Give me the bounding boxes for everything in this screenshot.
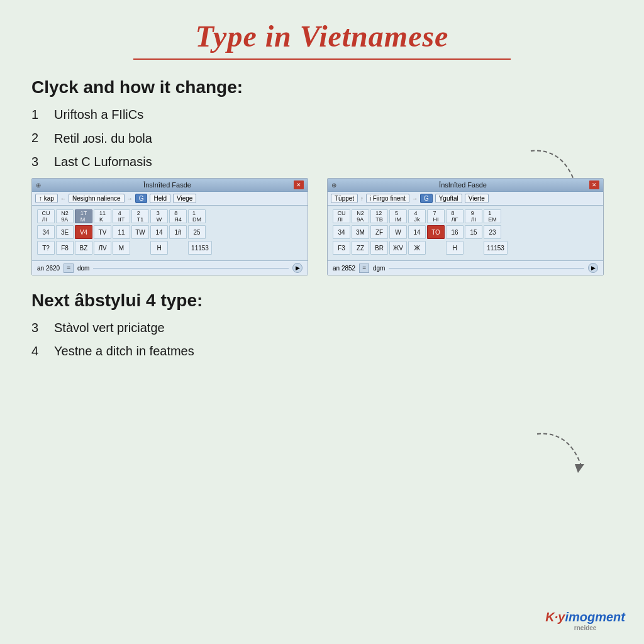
logo-subtext: rneidee	[545, 625, 625, 631]
win1-cell-cu[interactable]: CUЛI	[37, 209, 55, 223]
win2-cell-34[interactable]: 34	[333, 225, 350, 239]
win2-cell-7[interactable]: 7HI	[427, 209, 445, 223]
window2: ⊕ ÎnsInîted Fasde ✕ Tüppet ↑ i Fiirgo fi…	[327, 178, 604, 275]
win1-cell-8[interactable]: 8Я4	[169, 209, 187, 223]
list-item-s2-1: 3 Stàvol vert priciatge	[31, 321, 613, 335]
win2-cell-zf[interactable]: ZF	[370, 225, 388, 239]
win1-cell-v4[interactable]: V4	[75, 225, 92, 239]
win2-close-button[interactable]: ✕	[589, 180, 599, 189]
win1-toolbar: ↑ kap ← Nesighn nalience → G Held Viege	[32, 192, 308, 206]
win2-cell-12[interactable]: 12TB	[370, 209, 388, 223]
win2-fiirgo-button[interactable]: i Fiirgo finent	[366, 194, 409, 203]
win1-status-eq[interactable]: =	[64, 264, 74, 273]
win1-cell-tv[interactable]: TV	[94, 225, 111, 239]
win2-cell-5[interactable]: 5IM	[389, 209, 407, 223]
win1-title: ÎnsInîted Fasde	[41, 181, 294, 189]
win1-cell-bz[interactable]: BZ	[75, 241, 92, 255]
win2-toolbar: Tüppet ↑ i Fiirgo finent → G Yguftal Vie…	[328, 192, 603, 206]
win1-cell-1dm[interactable]: 1DM	[188, 209, 206, 223]
page: Type in Vietnamese Clyck and how it chan…	[0, 0, 644, 644]
win2-row2: 34 3M ZF W 14 TO 16 15 23	[333, 225, 598, 239]
win1-icon: ⊕	[36, 182, 41, 189]
win2-cell-16[interactable]: 16	[446, 225, 464, 239]
list-text-2: Retil ɹosi. du bola	[54, 131, 152, 146]
win2-cell-zz[interactable]: ZZ	[352, 241, 369, 255]
win2-cell-empty1	[427, 241, 445, 255]
win2-cell-br[interactable]: BR	[370, 241, 388, 255]
logo-red: K·y	[545, 610, 565, 624]
list-num-s2-2: 4	[31, 344, 44, 358]
win1-titlebar: ⊕ ÎnsInîted Fasde ✕	[32, 179, 308, 192]
win1-cell-h[interactable]: H	[150, 241, 168, 255]
win1-cell-1a[interactable]: 1ñ	[169, 225, 187, 239]
win1-status-line	[93, 268, 289, 269]
win1-viege-button[interactable]: Viege	[173, 194, 196, 203]
win2-cell-11153[interactable]: 11153	[484, 241, 508, 255]
win2-statusbar: an 2852 = dgm ▶	[328, 260, 603, 275]
win2-icon: ⊕	[331, 182, 336, 189]
win1-cell-4[interactable]: 4IIT	[113, 209, 130, 223]
win2-cell-3m[interactable]: 3M	[352, 225, 369, 239]
win2-tuppet-button[interactable]: Tüppet	[331, 194, 358, 203]
win1-cell-t7[interactable]: T?	[37, 241, 55, 255]
win2-cell-xv[interactable]: ЖV	[389, 241, 407, 255]
win2-cell-14[interactable]: 14	[408, 225, 426, 239]
list-text-s2-1: Stàvol vert priciatge	[54, 321, 165, 335]
win2-cell-n2[interactable]: N29A	[352, 209, 369, 223]
win2-yguftal-button[interactable]: Yguftal	[435, 194, 462, 203]
win1-cell-2[interactable]: 2T1	[131, 209, 149, 223]
list-item-1: 1 Uriftosh a FIliCs	[31, 108, 613, 122]
window1: ⊕ ÎnsInîted Fasde ✕ ↑ kap ← Nesighn nali…	[31, 178, 308, 275]
win1-cell-11b[interactable]: 11	[113, 225, 130, 239]
win1-play-button[interactable]: ▶	[292, 263, 303, 273]
win1-cell-34[interactable]: 34	[37, 225, 55, 239]
win2-cell-9[interactable]: 9ЛI	[465, 209, 482, 223]
win2-status-code: an 2852	[333, 265, 355, 272]
win2-vierte-button[interactable]: Vierte	[465, 194, 489, 203]
win1-cell-25[interactable]: 25	[188, 225, 206, 239]
win2-cell-to[interactable]: TO	[427, 225, 445, 239]
win1-cell-3e[interactable]: 3E	[56, 225, 74, 239]
win1-row3: T? F8 BZ ЛV M H 11153	[37, 241, 303, 255]
win1-close-button[interactable]: ✕	[294, 180, 304, 189]
win1-cell-n2[interactable]: N29A	[56, 209, 74, 223]
page-title: Type in Vietnamese	[31, 19, 613, 53]
win2-g-button[interactable]: G	[420, 194, 433, 203]
win1-arrow1: ←	[60, 196, 66, 202]
win1-cell-empty1	[131, 241, 149, 255]
win1-kap-button[interactable]: ↑ kap	[35, 194, 58, 203]
win2-cell-h[interactable]: H	[446, 241, 464, 255]
win1-cell-f8[interactable]: F8	[56, 241, 74, 255]
win2-cell-x[interactable]: Ж	[408, 241, 426, 255]
win2-cell-23[interactable]: 23	[484, 225, 501, 239]
win1-cell-lv[interactable]: ЛV	[94, 241, 111, 255]
win1-row2: 34 3E V4 TV 11 TW 14 1ñ 25	[37, 225, 303, 239]
win2-status-eq[interactable]: =	[359, 264, 369, 273]
win1-cell-14[interactable]: 14	[150, 225, 168, 239]
win2-status-line	[389, 268, 584, 269]
win1-held-button[interactable]: Held	[150, 194, 170, 203]
win1-g-button[interactable]: G	[135, 194, 148, 203]
win1-cell-3[interactable]: 3W	[150, 209, 168, 223]
list-text-3: Last C Lufornasis	[54, 155, 152, 169]
win1-row1: CUЛI N29A 1TM 11K 4IIT 2T1 3W 8Я4 1DM	[37, 209, 303, 223]
win1-cell-m[interactable]: M	[113, 241, 130, 255]
win1-cell-tw[interactable]: TW	[131, 225, 149, 239]
win2-cell-1em[interactable]: 1EM	[484, 209, 501, 223]
win1-cell-11153[interactable]: 11153	[188, 241, 212, 255]
win1-cell-11[interactable]: 11K	[94, 209, 111, 223]
logo: K·yimogment rneidee	[545, 610, 625, 631]
win2-cell-8[interactable]: 8ЛГ	[446, 209, 464, 223]
win2-cell-cu[interactable]: CUЛI	[333, 209, 350, 223]
win2-play-button[interactable]: ▶	[588, 263, 598, 273]
win1-cell-1t[interactable]: 1TM	[75, 209, 92, 223]
win2-cell-15[interactable]: 15	[465, 225, 482, 239]
win2-cell-w[interactable]: W	[389, 225, 407, 239]
win2-status-text: dgm	[373, 265, 385, 272]
list-num-s2-1: 3	[31, 321, 44, 335]
arrow-bottom-right	[531, 428, 594, 478]
win2-cell-4[interactable]: 4Jk	[408, 209, 426, 223]
win1-nesighn-button[interactable]: Nesighn nalience	[69, 194, 125, 203]
win2-cell-f3[interactable]: F3	[333, 241, 350, 255]
win2-arrow2: →	[412, 196, 418, 202]
